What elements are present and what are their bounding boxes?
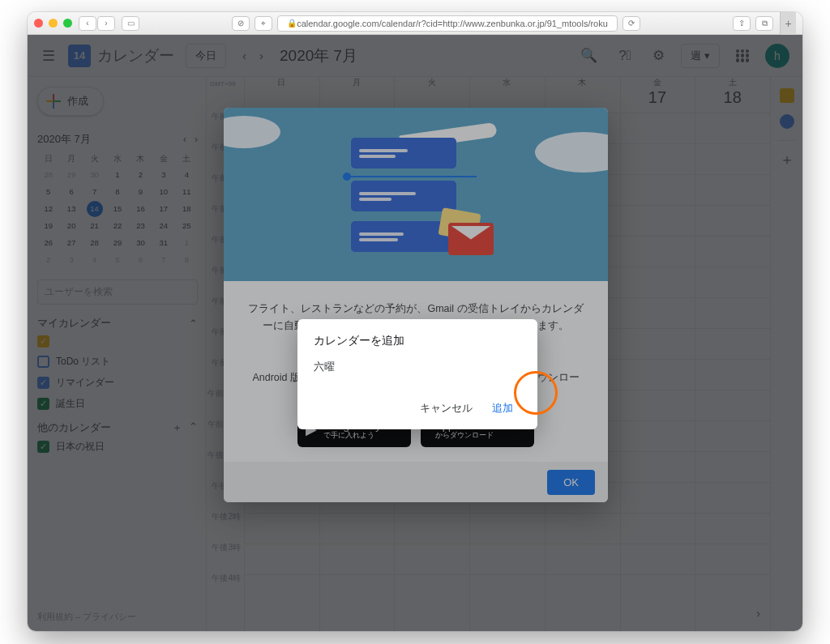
tabs-button[interactable]: ⧉	[755, 16, 773, 31]
reader-icon[interactable]: ⌖	[255, 16, 272, 31]
url-text: calendar.google.com/calendar/r?cid=http:…	[297, 19, 608, 28]
add-button[interactable]: 追加	[484, 395, 521, 421]
cancel-button[interactable]: キャンセル	[412, 395, 481, 421]
close-icon[interactable]	[34, 19, 43, 28]
calendar-name: 六曜	[314, 360, 521, 374]
sidebar-toggle-button[interactable]: ▭	[122, 16, 139, 31]
titlebar: ‹ › ▭ ⊘ ⌖ 🔒 calendar.google.com/calendar…	[28, 12, 802, 35]
forward-button[interactable]: ›	[97, 16, 115, 31]
minimize-icon[interactable]	[49, 19, 58, 28]
add-calendar-dialog: カレンダーを追加 六曜 キャンセル 追加	[297, 319, 537, 429]
traffic-lights[interactable]	[34, 19, 72, 28]
share-button[interactable]: ⇪	[733, 16, 751, 31]
reload-button[interactable]: ⟳	[622, 16, 640, 31]
new-tab-button[interactable]: +	[780, 12, 796, 35]
lock-icon: 🔒	[287, 19, 297, 28]
shield-icon[interactable]: ⊘	[232, 16, 250, 31]
address-bar[interactable]: 🔒 calendar.google.com/calendar/r?cid=htt…	[277, 15, 618, 32]
google-calendar-app: ☰ 14 カレンダー 今日 ‹ › 2020年 7月 🔍 ?⃝ ⚙ 週 ▾ h	[28, 35, 802, 631]
browser-window: ‹ › ▭ ⊘ ⌖ 🔒 calendar.google.com/calendar…	[28, 12, 802, 631]
zoom-icon[interactable]	[63, 19, 72, 28]
back-button[interactable]: ‹	[79, 16, 96, 31]
dialog-title: カレンダーを追加	[314, 334, 521, 348]
